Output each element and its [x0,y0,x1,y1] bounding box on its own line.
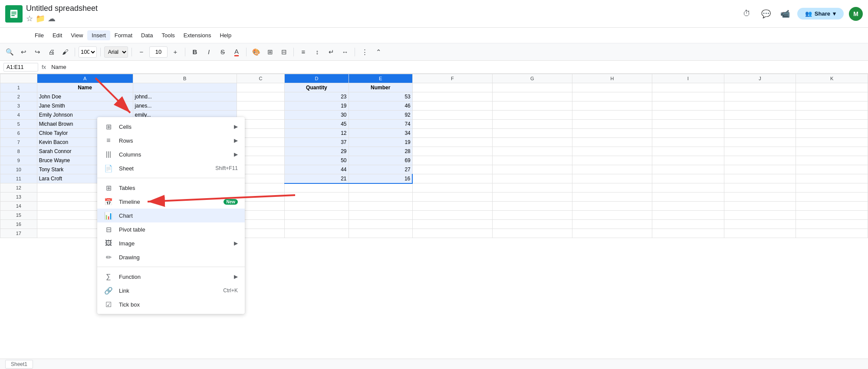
cell-d4[interactable]: 30 [285,111,349,120]
cell-i15[interactable] [652,211,724,220]
bold-btn[interactable]: B [189,46,201,58]
col-header-g[interactable]: G [492,74,572,83]
cell-d13[interactable] [285,193,349,202]
cell-k4[interactable] [796,111,868,120]
cell-h12[interactable] [572,183,652,193]
history-icon[interactable]: ⏱ [740,7,754,21]
cell-h13[interactable] [572,193,652,202]
cell-g12[interactable] [492,183,572,193]
cell-d7[interactable]: 37 [285,138,349,147]
cell-k9[interactable] [796,156,868,165]
cell-k14[interactable] [796,202,868,211]
cell-g9[interactable] [492,156,572,165]
menu-extensions[interactable]: Extensions [179,30,216,40]
cell-e7[interactable]: 19 [349,138,412,147]
menu-format[interactable]: Format [110,30,137,40]
cell-f12[interactable] [412,183,492,193]
document-title[interactable]: Untitled spreadsheet [26,4,98,13]
insert-rows[interactable]: ≡ Rows ▶ [97,134,245,147]
star-icon[interactable]: ☆ [26,14,33,23]
cell-d10[interactable]: 44 [285,165,349,174]
insert-pivot[interactable]: ⊟ Pivot table [97,222,245,236]
insert-columns[interactable]: ||| Columns ▶ [97,147,245,161]
cell-f9[interactable] [412,156,492,165]
cell-k15[interactable] [796,211,868,220]
col-header-c[interactable]: C [237,74,284,83]
cell-j16[interactable] [724,220,796,229]
menu-view[interactable]: View [66,30,87,40]
cell-f7[interactable] [412,138,492,147]
col-header-i[interactable]: I [652,74,724,83]
cell-k10[interactable] [796,165,868,174]
cell-d14[interactable] [285,202,349,211]
redo-btn[interactable]: ↪ [31,46,43,58]
user-avatar[interactable]: M [849,7,863,21]
font-size-input[interactable] [149,46,168,58]
cell-g17[interactable] [492,229,572,238]
sheet-tab[interactable]: Sheet1 [5,360,33,369]
cell-e16[interactable] [349,220,412,229]
cell-f5[interactable] [412,120,492,129]
cell-f14[interactable] [412,202,492,211]
insert-tickbox[interactable]: ☑ Tick box [97,297,245,311]
folder-icon[interactable]: 📁 [36,14,45,23]
cell-e9[interactable]: 69 [349,156,412,165]
cell-g6[interactable] [492,129,572,138]
cell-d2[interactable]: 23 [285,92,349,101]
borders-btn[interactable]: ⊞ [264,46,276,58]
insert-function[interactable]: ∑ Function ▶ [97,270,245,284]
cell-f2[interactable] [412,92,492,101]
cell-j2[interactable] [724,92,796,101]
cell-h1[interactable] [572,83,652,92]
cell-d6[interactable]: 12 [285,129,349,138]
cell-h5[interactable] [572,120,652,129]
cell-d12[interactable] [285,183,349,193]
cell-g7[interactable] [492,138,572,147]
cell-e10[interactable]: 27 [349,165,412,174]
cell-d16[interactable] [285,220,349,229]
cell-h15[interactable] [572,211,652,220]
col-header-f[interactable]: F [412,74,492,83]
collapse-toolbar-btn[interactable]: ⌃ [372,46,385,58]
cell-i1[interactable] [652,83,724,92]
cell-k16[interactable] [796,220,868,229]
cell-d5[interactable]: 45 [285,120,349,129]
cell-j12[interactable] [724,183,796,193]
cell-j4[interactable] [724,111,796,120]
cell-g1[interactable] [492,83,572,92]
menu-tools[interactable]: Tools [157,30,179,40]
cell-j13[interactable] [724,193,796,202]
cell-f11[interactable] [412,174,492,183]
insert-sheet[interactable]: 📄 Sheet Shift+F11 [97,161,245,175]
cell-b1[interactable] [133,83,237,92]
cell-i17[interactable] [652,229,724,238]
cell-e4[interactable]: 92 [349,111,412,120]
more-toolbar-btn[interactable]: ⋮ [358,46,371,58]
font-size-decrease-btn[interactable]: − [135,46,148,58]
cell-a1[interactable]: Name [37,83,133,92]
cell-j9[interactable] [724,156,796,165]
cell-k8[interactable] [796,147,868,156]
col-header-h[interactable]: H [572,74,652,83]
cell-c2[interactable] [237,92,284,101]
font-size-increase-btn[interactable]: + [169,46,181,58]
undo-btn[interactable]: ↩ [17,46,30,58]
cell-f15[interactable] [412,211,492,220]
cell-c1[interactable] [237,83,284,92]
cell-c3[interactable] [237,101,284,111]
italic-btn[interactable]: I [203,46,215,58]
insert-timeline[interactable]: 📅 TimelineNew [97,195,245,209]
cell-g16[interactable] [492,220,572,229]
cell-i8[interactable] [652,147,724,156]
strikethrough-btn[interactable]: S [217,46,229,58]
cell-e8[interactable]: 28 [349,147,412,156]
menu-insert[interactable]: Insert [87,30,110,40]
cell-f6[interactable] [412,129,492,138]
cell-d15[interactable] [285,211,349,220]
rtl-btn[interactable]: ↔ [339,46,351,58]
cell-i9[interactable] [652,156,724,165]
cell-j17[interactable] [724,229,796,238]
col-header-j[interactable]: J [724,74,796,83]
valign-btn[interactable]: ↕ [311,46,323,58]
cell-g15[interactable] [492,211,572,220]
